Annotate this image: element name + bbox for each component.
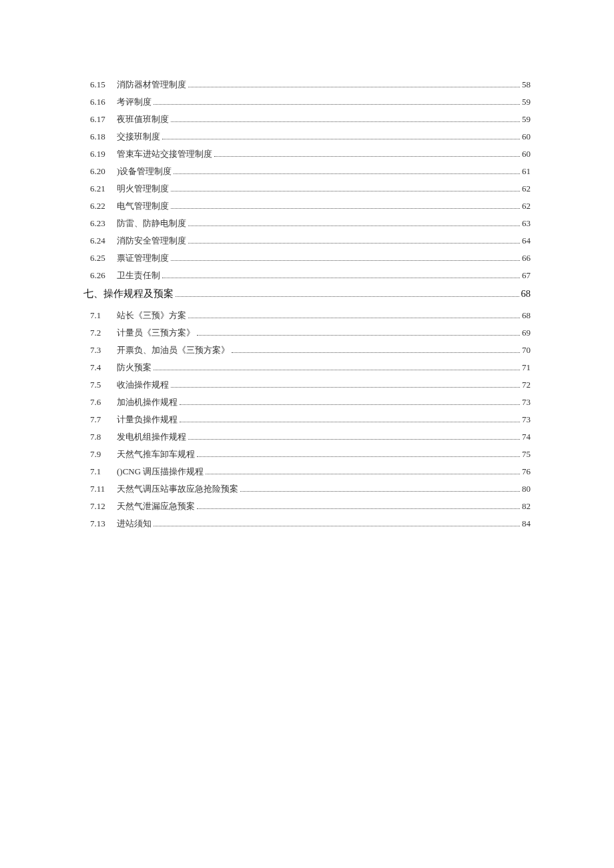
toc-number: 6.16 xyxy=(83,97,117,106)
toc-entry: 7.11天然气调压站事故应急抢险预案80 xyxy=(83,484,531,493)
toc-leader-dots xyxy=(154,104,520,105)
toc-page-number: 71 xyxy=(522,363,531,372)
toc-entry: 6.24消防安全管理制度64 xyxy=(83,236,531,245)
toc-leader-dots xyxy=(197,508,520,509)
toc-number: 7.13 xyxy=(83,519,117,528)
toc-title: 明火管理制度 xyxy=(117,184,169,193)
toc-entry: 7.8发电机组操作规程74 xyxy=(83,432,531,441)
toc-number: 7.7 xyxy=(83,415,117,424)
toc-leader-dots xyxy=(188,439,520,440)
toc-title: 电气管理制度 xyxy=(117,201,169,210)
toc-entry: 6.25票证管理制度66 xyxy=(83,254,531,262)
toc-leader-dots xyxy=(154,370,520,370)
toc-title: 夜班值班制度 xyxy=(117,115,169,123)
toc-entry: 7.4防火预案71 xyxy=(83,363,531,372)
toc-page-number: 72 xyxy=(522,380,531,389)
toc-entry: 7.9天然气推车卸车规程75 xyxy=(83,450,531,458)
toc-page-number: 69 xyxy=(522,328,531,337)
toc-title: 消防安全管理制度 xyxy=(117,236,186,245)
toc-number: 6.25 xyxy=(83,254,117,262)
toc-page-number: 68 xyxy=(521,289,531,299)
toc-title: 天然气推车卸车规程 xyxy=(117,450,195,458)
toc-leader-dots xyxy=(197,335,520,336)
toc-title: 发电机组操作规程 xyxy=(117,432,186,441)
toc-leader-dots xyxy=(171,191,520,191)
toc-number: 7.1 xyxy=(83,311,117,320)
toc-number: 7.1 xyxy=(83,467,117,476)
toc-page-number: 70 xyxy=(522,346,531,354)
toc-leader-dots xyxy=(162,278,520,278)
toc-entry: 7.7计量负操作规程73 xyxy=(83,415,531,424)
toc-leader-dots xyxy=(171,208,520,209)
toc-number: 7.12 xyxy=(83,502,117,510)
toc-page-number: 58 xyxy=(522,80,531,89)
toc-entry: 6.26卫生责任制67 xyxy=(83,271,531,280)
toc-entry: 6.19管束车进站交接管理制度60 xyxy=(83,149,531,158)
toc-page-number: 62 xyxy=(522,184,531,193)
toc-number: 6.15 xyxy=(83,80,117,89)
toc-title: 计量员《三预方案》 xyxy=(117,328,195,337)
toc-page-number: 66 xyxy=(522,254,531,262)
toc-title: 开票负、加油员《三预方案》 xyxy=(117,346,230,354)
toc-leader-dots xyxy=(162,139,520,139)
toc-leader-dots xyxy=(232,352,520,353)
toc-entry: 6.23防雷、防静电制度63 xyxy=(83,219,531,228)
toc-page-number: 62 xyxy=(522,201,531,210)
toc-leader-dots xyxy=(174,173,520,174)
toc-page-number: 60 xyxy=(522,149,531,158)
toc-entry: 6.20)设备管理制度61 xyxy=(83,167,531,175)
toc-number: 6.22 xyxy=(83,201,117,210)
toc-number: 7.6 xyxy=(83,398,117,406)
toc-entry: 7.6加油机操作规程73 xyxy=(83,398,531,406)
toc-number: 6.24 xyxy=(83,236,117,245)
toc-number: 6.18 xyxy=(83,132,117,141)
toc-entry: 6.17夜班值班制度59 xyxy=(83,115,531,123)
toc-title: 计量负操作规程 xyxy=(117,415,178,424)
toc-leader-dots xyxy=(180,422,520,422)
toc-entry: 7.12天然气泄漏应急预案82 xyxy=(83,502,531,510)
toc-title: 防火预案 xyxy=(117,363,151,372)
toc-number: 7.5 xyxy=(83,380,117,389)
toc-page-number: 84 xyxy=(522,519,531,528)
toc-number: 7.2 xyxy=(83,328,117,337)
toc-page-number: 61 xyxy=(522,167,531,175)
toc-page-number: 80 xyxy=(522,484,531,493)
toc-title: 交接班制度 xyxy=(117,132,160,141)
toc-entry: 七、操作规程及预案68 xyxy=(83,289,531,299)
toc-title: 天然气调压站事故应急抢险预案 xyxy=(117,484,238,493)
toc-entry: 6.15消防器材管理制度58 xyxy=(83,80,531,89)
toc-page-number: 75 xyxy=(522,450,531,458)
toc-page-number: 68 xyxy=(522,311,531,320)
toc-page-number: 60 xyxy=(522,132,531,141)
toc-entry: 6.22电气管理制度62 xyxy=(83,201,531,210)
toc-leader-dots xyxy=(188,243,520,244)
toc-page-number: 76 xyxy=(522,467,531,476)
toc-page-number: 73 xyxy=(522,398,531,406)
toc-leader-dots xyxy=(197,456,520,457)
toc-title: )设备管理制度 xyxy=(117,167,172,175)
toc-page-number: 73 xyxy=(522,415,531,424)
toc-entry: 6.21明火管理制度62 xyxy=(83,184,531,193)
toc-title: 七、操作规程及预案 xyxy=(83,289,174,299)
toc-leader-dots xyxy=(154,526,520,526)
toc-leader-dots xyxy=(171,260,520,261)
toc-title: 天然气泄漏应急预案 xyxy=(117,502,195,510)
toc-number: 6.17 xyxy=(83,115,117,123)
toc-number: 7.11 xyxy=(83,484,117,493)
toc-number: 7.9 xyxy=(83,450,117,458)
toc-title: 收油操作规程 xyxy=(117,380,169,389)
toc-title: 防雷、防静电制度 xyxy=(117,219,186,228)
toc-title: 考评制度 xyxy=(117,97,151,106)
toc-entry: 7.1()CNG 调压描操作规程76 xyxy=(83,467,531,476)
toc-title: 管束车进站交接管理制度 xyxy=(117,149,212,158)
toc-page-number: 59 xyxy=(522,115,531,123)
toc-entry: 6.18交接班制度60 xyxy=(83,132,531,141)
toc-number: 7.4 xyxy=(83,363,117,372)
toc-leader-dots xyxy=(188,318,520,318)
toc-entry: 7.13进站须知84 xyxy=(83,519,531,528)
toc-leader-dots xyxy=(188,87,520,87)
toc-page-number: 59 xyxy=(522,97,531,106)
toc-leader-dots xyxy=(188,226,520,226)
toc-page-number: 64 xyxy=(522,236,531,245)
toc-leader-dots xyxy=(206,474,520,474)
